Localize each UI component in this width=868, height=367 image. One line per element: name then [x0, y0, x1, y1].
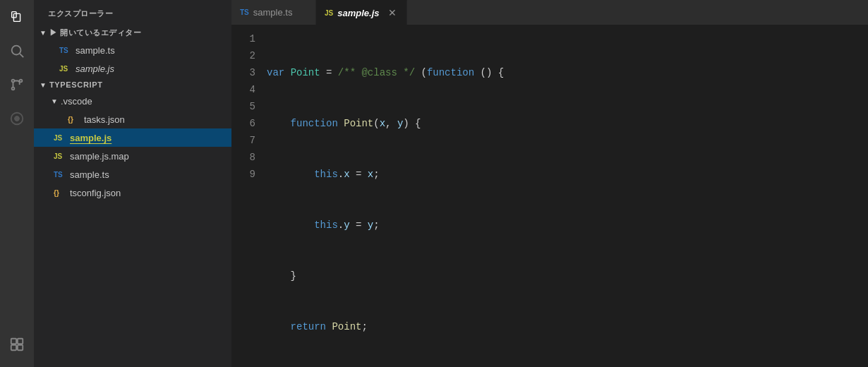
js-badge: JS: [54, 134, 66, 142]
file-label: sample.js.map: [70, 151, 129, 162]
svg-rect-11: [11, 339, 16, 344]
sidebar-title: エクスプローラー: [34, 0, 231, 25]
file-item-sample-js-map[interactable]: JS sample.js.map: [34, 147, 231, 165]
file-label: tasks.json: [84, 114, 125, 125]
file-item-sample-ts-editor[interactable]: TS sample.ts: [34, 41, 231, 59]
activity-bar: [0, 0, 34, 367]
search-icon[interactable]: [6, 40, 28, 62]
file-item-sample-ts[interactable]: TS sample.ts: [34, 165, 231, 184]
extensions-icon[interactable]: [6, 107, 28, 130]
vscode-label: .vscode: [61, 96, 92, 107]
code-line-3: this.x = x;: [267, 166, 854, 183]
tab-bar: TS sample.ts JS sample.js ✕: [231, 0, 868, 25]
js-badge: JS: [54, 152, 66, 160]
tab-sample-ts[interactable]: TS sample.ts: [231, 0, 316, 25]
file-label: sample.ts: [76, 45, 115, 56]
file-item-tsconfig-json[interactable]: {} tsconfig.json: [34, 184, 231, 202]
ts-badge: TS: [59, 47, 72, 54]
code-line-5: }: [267, 267, 854, 284]
code-container[interactable]: 1 2 3 4 5 6 7 8 9 var Point = /** @class…: [231, 25, 868, 367]
svg-rect-14: [18, 345, 23, 350]
file-label: sample.js: [76, 64, 114, 74]
tab-label-sample-js: sample.js: [337, 8, 379, 18]
svg-rect-12: [18, 339, 23, 344]
code-line-1: var Point = /** @class */ (function () {: [267, 64, 854, 81]
json-badge: {}: [54, 189, 66, 197]
code-editor[interactable]: var Point = /** @class */ (function () {…: [267, 30, 868, 367]
file-item-sample-js[interactable]: JS sample.js: [34, 128, 231, 147]
sidebar: エクスプローラー ▼ ▶ 開いているエディター TS sample.ts JS …: [34, 0, 231, 367]
typescript-label: TYPESCRIPT: [49, 80, 103, 89]
explorer-icon[interactable]: [6, 6, 28, 28]
close-icon[interactable]: ✕: [387, 7, 398, 18]
svg-point-5: [12, 88, 15, 90]
line-numbers: 1 2 3 4 5 6 7 8 9: [231, 30, 267, 367]
tab-sample-js[interactable]: JS sample.js ✕: [316, 0, 407, 25]
file-item-tasks-json[interactable]: {} tasks.json: [34, 110, 231, 128]
arrow-icon: ▼: [40, 29, 47, 37]
code-line-4: this.y = y;: [267, 217, 854, 234]
file-item-vscode[interactable]: ▼ .vscode: [34, 92, 231, 110]
open-editors-header[interactable]: ▼ ▶ 開いているエディター: [34, 25, 231, 41]
file-label: sample.js: [70, 133, 111, 143]
file-item-sample-js-editor[interactable]: JS sample.js: [34, 59, 231, 78]
tab-label-sample-ts: sample.ts: [253, 7, 293, 18]
ts-tab-badge: TS: [240, 8, 249, 16]
editor-area: TS sample.ts JS sample.js ✕ 1 2 3 4 5 6 …: [231, 0, 868, 367]
js-badge: JS: [59, 65, 72, 73]
file-label: sample.ts: [70, 169, 109, 180]
arrow-icon: ▼: [51, 97, 58, 105]
remote-icon[interactable]: [6, 333, 28, 356]
svg-point-4: [12, 80, 15, 83]
json-badge: {}: [68, 116, 80, 124]
file-label: tsconfig.json: [70, 188, 121, 198]
svg-rect-13: [11, 345, 16, 350]
ts-badge: TS: [54, 171, 66, 179]
open-editors-label: ▶ 開いているエディター: [49, 28, 142, 38]
svg-line-3: [20, 54, 23, 57]
git-icon[interactable]: [6, 73, 28, 96]
code-line-6: return Point;: [267, 318, 854, 335]
js-tab-badge: JS: [325, 9, 333, 17]
arrow-icon: ▼: [40, 81, 47, 89]
svg-point-2: [12, 46, 21, 55]
typescript-section-header[interactable]: ▼ TYPESCRIPT: [34, 78, 231, 92]
code-line-2: function Point(x, y) {: [267, 115, 854, 132]
